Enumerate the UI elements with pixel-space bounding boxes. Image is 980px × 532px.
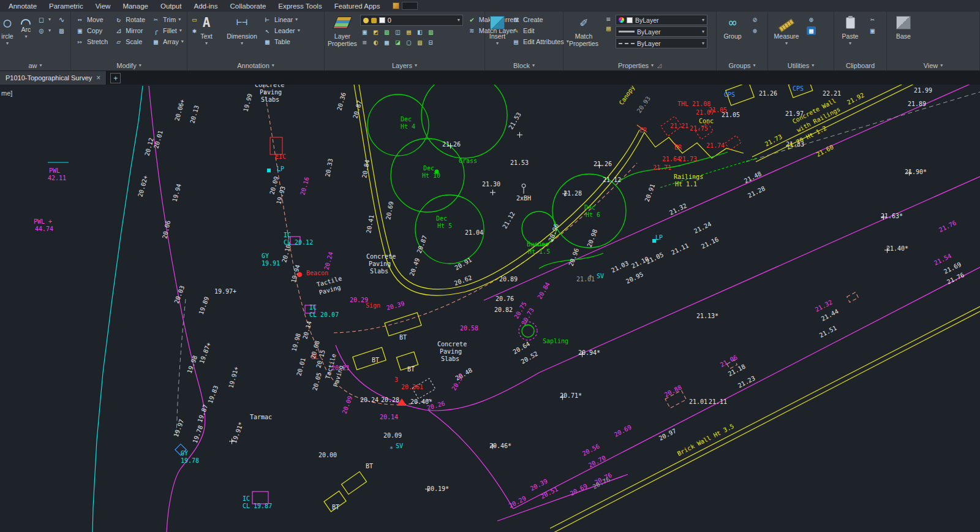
table-button[interactable]: ▦Table [261, 37, 302, 47]
ungroup-button[interactable]: ⊘ [748, 15, 761, 25]
cut-button[interactable]: ✂ [866, 15, 879, 25]
panel-label-clipboard[interactable]: Clipboard [834, 60, 886, 70]
rotate-button[interactable]: ↻Rotate [112, 15, 147, 25]
mirror-button[interactable]: ⊿Mirror [112, 26, 147, 36]
panel-label-text: Modify [116, 62, 136, 69]
leader-button[interactable]: ↖Leader▾ [261, 26, 302, 36]
survey-label: Dec [584, 204, 595, 211]
layer-tool-icon[interactable]: ▤ [404, 28, 413, 36]
layer-tool-icon[interactable]: ▣ [360, 28, 369, 36]
menu-parametric[interactable]: Parametric [43, 1, 89, 11]
trim-button[interactable]: ✂Trim▾ [149, 15, 186, 25]
match-properties-button[interactable]: ✐ Match Properties [566, 13, 601, 48]
panel-label-utilities[interactable]: Utilities ▾ [768, 60, 834, 70]
linear-button[interactable]: ⊢Linear▾ [261, 15, 302, 25]
addin-icon[interactable] [393, 2, 399, 9]
edit-attributes-button[interactable]: ▤Edit Attributes▾ [510, 37, 571, 47]
create-block-icon: ⊞ [511, 15, 521, 24]
quick-calc-button[interactable]: ▦ [805, 26, 818, 36]
panel-label-properties[interactable]: Properties ▾ ◿ [564, 60, 716, 70]
panel-label-annotation[interactable]: Annotation ▾ [187, 60, 324, 70]
menu-annotate[interactable]: Annotate [2, 1, 43, 11]
survey-label: 21.73 [679, 156, 697, 162]
table-label: Table [274, 38, 290, 45]
scale-button[interactable]: ▱Scale [112, 37, 147, 47]
new-tab-button[interactable]: + [110, 73, 121, 83]
menu-express-tools[interactable]: Express Tools [272, 1, 328, 11]
edit-block-button[interactable]: ✎Edit [510, 26, 571, 36]
rotate-label: Rotate [126, 16, 145, 23]
scale-icon: ▱ [114, 37, 123, 46]
copy-button[interactable]: ▣Copy [74, 26, 110, 36]
layer-tool-icon[interactable]: ≡ [360, 38, 369, 47]
base-button[interactable]: Base [889, 13, 918, 40]
list-icon[interactable]: ≡ [604, 15, 613, 23]
fillet-button[interactable]: ╭Fillet▾ [149, 26, 186, 36]
ellipse-button[interactable]: ◎▾ [35, 26, 53, 36]
array-button[interactable]: ▦Array▾ [149, 37, 186, 47]
stretch-button[interactable]: ↦Stretch [74, 37, 110, 47]
layer-tool-icon[interactable]: ◧ [415, 28, 424, 36]
survey-label: BT [372, 357, 379, 363]
move-button[interactable]: ↔Move [74, 15, 110, 25]
lineweight-select[interactable]: ByLayer ▾ [616, 26, 707, 37]
move-icon: ↔ [75, 15, 85, 24]
panel-label-draw[interactable]: aw ▾ [0, 60, 70, 70]
close-icon[interactable]: × [96, 74, 100, 82]
layer-tool-icon[interactable]: ▢ [404, 38, 413, 47]
menu-featured-apps[interactable]: Featured Apps [328, 1, 386, 11]
survey-label: 21.30 [482, 181, 500, 188]
id-point-button[interactable]: ⊕ [805, 15, 818, 25]
layer-tool-icon[interactable]: ▨ [382, 28, 391, 36]
menu-manage[interactable]: Manage [116, 1, 154, 11]
layer-tool-icon[interactable]: ▧ [415, 38, 424, 47]
menu-view[interactable]: View [89, 1, 117, 11]
survey-label: 20.94* [578, 349, 600, 356]
polyline-button[interactable]: ∿ [55, 15, 68, 25]
circle-button[interactable]: ○ ircle ▾ [0, 13, 17, 47]
survey-label: 20.41 [365, 215, 375, 234]
layer-tool-icon[interactable]: ◐ [371, 38, 380, 47]
menu-addins[interactable]: Add-ins [187, 1, 224, 11]
layer-tool-icon[interactable]: ▦ [382, 38, 391, 47]
measure-button[interactable]: Measure ▾ [771, 13, 802, 47]
panel-label-text: Layers [392, 62, 412, 69]
viewport-controls[interactable]: me] [1, 89, 12, 97]
panel-label-block[interactable]: Block ▾ [485, 60, 563, 70]
panel-view: Base View ▾ [887, 12, 980, 70]
layer-tool-icon[interactable]: ◩ [371, 28, 380, 36]
panel-label-layers[interactable]: Layers ▾ [325, 60, 484, 70]
file-tab-topographical-survey[interactable]: P1010-Topographical Survey × [0, 71, 107, 85]
linetype-icon [619, 43, 635, 44]
layer-tool-icon[interactable]: ▥ [426, 28, 435, 36]
menu-output[interactable]: Output [154, 1, 188, 11]
layer-tool-icon[interactable]: ⊟ [426, 38, 435, 47]
menubar-extra-button[interactable] [402, 2, 418, 10]
group-edit-button[interactable]: ⊚ [748, 26, 761, 36]
panel-label-groups[interactable]: Groups ▾ [717, 60, 767, 70]
layer-tool-icon[interactable]: ◫ [393, 28, 402, 36]
text-button[interactable]: A Text ▾ [190, 13, 223, 47]
rectangle-button[interactable]: □▾ [35, 15, 53, 25]
survey-label: BT [399, 334, 407, 341]
group-button[interactable]: ∞ Group [719, 13, 746, 40]
insert-button[interactable]: Insert ▾ [488, 13, 507, 47]
transparency-icon[interactable]: ▤ [604, 24, 613, 32]
layer-select[interactable]: 0 ▾ [360, 15, 463, 26]
panel-label-modify[interactable]: Modify ▾ [71, 60, 187, 70]
layer-properties-button[interactable]: Layer Properties [327, 13, 358, 48]
drawing-canvas[interactable]: PWL42.11PWL +44.7420.06+20.1319.9920.012… [0, 85, 980, 532]
object-color-select[interactable]: ByLayer ▾ [616, 15, 707, 25]
arc-button[interactable]: Arc ▾ [20, 13, 32, 40]
paste-button[interactable]: Paste ▾ [837, 13, 864, 47]
dimension-button[interactable]: ⊢⊣ Dimension ▾ [225, 13, 258, 47]
panel-label-view[interactable]: View ▾ [887, 60, 979, 70]
menu-collaborate[interactable]: Collaborate [224, 1, 272, 11]
copy-clip-button[interactable]: ▣ [866, 26, 879, 36]
hatch-button[interactable]: ▨ [55, 26, 68, 36]
layer-tool-icon[interactable]: ◪ [393, 38, 402, 47]
dialog-launcher-icon[interactable]: ◿ [657, 63, 662, 69]
chevron-down-icon: ▾ [139, 63, 141, 68]
linetype-select[interactable]: ByLayer ▾ [616, 38, 707, 48]
create-block-button[interactable]: ⊞Create [510, 15, 571, 25]
